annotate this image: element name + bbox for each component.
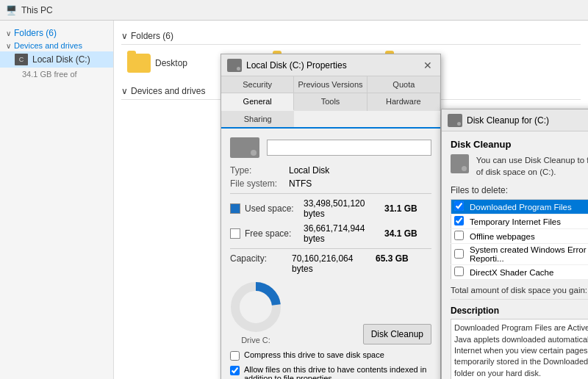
chevron-icon: ∨ — [6, 29, 11, 37]
file-name-0: Downloaded Program Files — [467, 200, 588, 214]
drive-icon: C — [15, 54, 28, 65]
folder-label: Desktop — [155, 58, 187, 68]
hdd-title-icon — [227, 59, 242, 72]
files-table-container: Downloaded Program Files 0 bytes Tempora… — [451, 199, 588, 280]
used-gb: 31.1 GB — [384, 203, 417, 214]
window-title: This PC — [21, 5, 53, 15]
free-color-box — [230, 228, 240, 239]
sidebar-item-local-disk[interactable]: C Local Disk (C:) — [0, 51, 113, 68]
props-close-button[interactable]: ✕ — [421, 59, 434, 72]
file-checkbox-1[interactable] — [454, 216, 464, 225]
props-tabs-row2: General Tools Hardware Sharing — [221, 93, 440, 129]
type-value: Local Disk — [289, 165, 329, 176]
cleanup-dialog[interactable]: Disk Cleanup for (C:) ✕ Disk Cleanup You… — [441, 109, 588, 379]
tab-general[interactable]: General — [221, 93, 294, 111]
used-bytes: 33,498,501,120 bytes — [304, 198, 384, 219]
props-tabs-row1: Security Previous Versions Quota — [221, 76, 440, 93]
filesystem-label: File system: — [230, 178, 289, 189]
total-row: Total amount of disk space you gain: 120… — [451, 286, 588, 300]
file-row-1[interactable]: Temporary Internet Files 65.5 MB — [451, 214, 589, 229]
files-table: Downloaded Program Files 0 bytes Tempora… — [451, 199, 588, 280]
index-checkbox[interactable] — [230, 366, 240, 375]
total-label: Total amount of disk space you gain: — [451, 286, 587, 295]
sidebar: ∨ Folders (6) ∨ Devices and drives C Loc… — [0, 21, 114, 379]
tab-sharing[interactable]: Sharing — [221, 111, 294, 127]
folder-item-desktop[interactable]: Desktop — [121, 51, 193, 76]
file-checkbox-0[interactable] — [454, 201, 464, 211]
window-icon: 🖥️ — [6, 5, 17, 15]
chevron-icon: ∨ — [6, 42, 11, 50]
explorer-window: ∨ Folders (6) ∨ Devices and drives C Loc… — [0, 21, 588, 379]
file-row-4[interactable]: DirectX Shader Cache 0 bytes — [451, 265, 589, 280]
free-gb: 34.1 GB — [384, 228, 417, 239]
disk-cleanup-button[interactable]: Disk Cleanup — [363, 324, 431, 344]
chevron-folders-icon: ∨ — [121, 31, 128, 41]
cleanup-section-title: Disk Cleanup — [451, 139, 588, 150]
drive-name-input[interactable] — [267, 140, 431, 156]
free-bytes: 36,661,714,944 bytes — [304, 223, 384, 244]
tab-hardware[interactable]: Hardware — [368, 93, 440, 111]
compress-label: Compress this drive to save disk space — [244, 350, 384, 359]
props-body: Type: Local Disk File system: NTFS Used … — [221, 129, 440, 379]
explorer-content: ∨ Folders (6) Desktop Downloads 🎵 Music — [114, 21, 588, 379]
tab-security[interactable]: Security — [221, 76, 294, 93]
title-bar: 🖥️ This PC — [0, 0, 588, 21]
compress-checkbox-row: Compress this drive to save disk space — [230, 350, 431, 361]
capacity-gb: 65.3 GB — [376, 253, 409, 274]
svg-point-1 — [235, 286, 276, 328]
drive-label: Drive C: — [241, 336, 270, 344]
cleanup-header: You can use Disk Cleanup to free up to 1… — [451, 154, 588, 178]
cleanup-hdd-body-icon — [451, 154, 469, 173]
donut-chart — [230, 281, 282, 333]
sidebar-item-free-space: 34.1 GB free of — [0, 68, 113, 81]
used-label: Used space: — [245, 203, 304, 214]
tab-quota[interactable]: Quota — [368, 76, 440, 93]
sidebar-folders-label: Folders (6) — [14, 28, 57, 38]
tab-previous-versions[interactable]: Previous Versions — [294, 76, 367, 93]
drive-info-row — [230, 137, 431, 158]
files-label: Files to delete: — [451, 185, 588, 195]
filesystem-value: NTFS — [289, 178, 312, 189]
file-name-2: Offline webpages — [467, 229, 588, 244]
desc-section: Description Downloaded Program Files are… — [451, 306, 588, 379]
cleanup-title: Disk Cleanup for (C:) — [448, 114, 549, 127]
filesystem-row: File system: NTFS — [230, 178, 431, 189]
sidebar-devices-label: Devices and drives — [14, 41, 82, 50]
index-label: Allow files on this drive to have conten… — [244, 365, 431, 379]
file-name-1: Temporary Internet Files — [467, 214, 588, 229]
compress-checkbox[interactable] — [230, 351, 240, 361]
props-title: Local Disk (C:) Properties — [227, 59, 347, 72]
cleanup-titlebar: Disk Cleanup for (C:) ✕ — [442, 109, 588, 131]
folders-header: ∨ Folders (6) — [121, 28, 581, 45]
file-checkbox-4[interactable] — [454, 267, 464, 276]
props-titlebar: Local Disk (C:) Properties ✕ — [221, 54, 440, 76]
file-row-0[interactable]: Downloaded Program Files 0 bytes — [451, 200, 589, 214]
donut-area: Drive C: Disk Cleanup — [230, 281, 431, 344]
cleanup-title-text: Disk Cleanup for (C:) — [467, 115, 549, 126]
desc-text: Downloaded Program Files are ActiveX con… — [451, 319, 588, 379]
capacity-label: Capacity: — [230, 253, 289, 274]
tab-tools[interactable]: Tools — [294, 93, 367, 111]
donut-wrapper: Drive C: — [230, 281, 282, 344]
sidebar-section-folders[interactable]: ∨ Folders (6) — [0, 26, 113, 40]
file-name-3: System created Windows Error Reporti... — [467, 244, 588, 265]
file-row-2[interactable]: Offline webpages 758 bytes — [451, 229, 589, 244]
index-checkbox-row: Allow files on this drive to have conten… — [230, 365, 431, 379]
sidebar-item-label: Local Disk (C:) — [32, 54, 90, 65]
sidebar-section-devices[interactable]: ∨ Devices and drives — [0, 40, 113, 51]
props-title-text: Local Disk (C:) Properties — [246, 60, 347, 71]
file-checkbox-3[interactable] — [454, 249, 464, 259]
file-name-4: DirectX Shader Cache — [467, 265, 588, 280]
capacity-bytes: 70,160,216,064 bytes — [292, 253, 373, 274]
desc-title: Description — [451, 306, 588, 316]
capacity-row: Capacity: 70,160,216,064 bytes 65.3 GB — [230, 253, 431, 274]
free-label: Free space: — [245, 228, 304, 239]
file-checkbox-2[interactable] — [454, 231, 464, 240]
file-row-3[interactable]: System created Windows Error Reporti... … — [451, 244, 589, 265]
used-space-row: Used space: 33,498,501,120 bytes 31.1 GB — [230, 198, 431, 219]
cleanup-description: You can use Disk Cleanup to free up to 1… — [476, 154, 588, 178]
cleanup-hdd-icon — [448, 114, 462, 127]
used-color-box — [230, 203, 240, 214]
properties-dialog[interactable]: Local Disk (C:) Properties ✕ Security Pr… — [220, 54, 441, 379]
chevron-devices-icon: ∨ — [121, 86, 128, 96]
